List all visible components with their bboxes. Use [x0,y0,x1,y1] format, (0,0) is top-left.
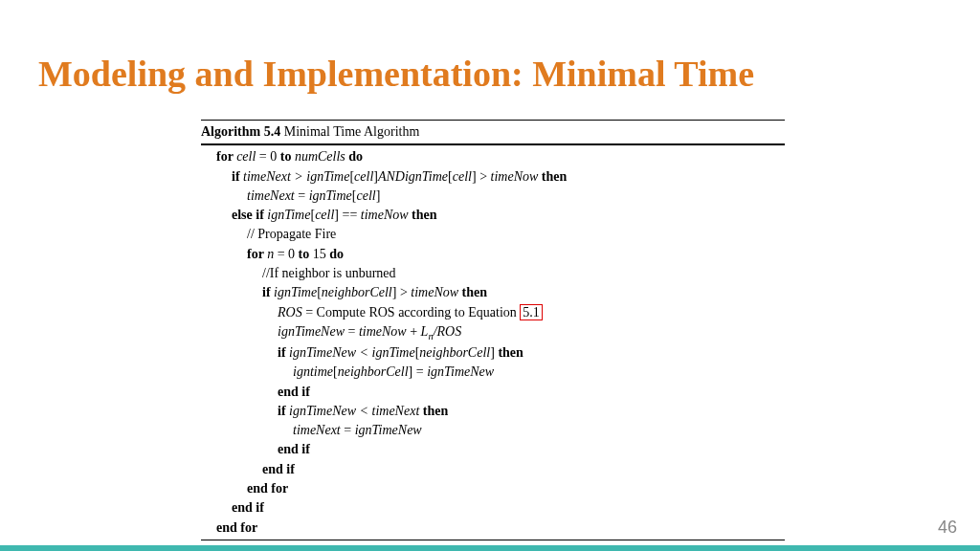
algo-line: ignTimeNew = timeNow + Ln/ROS [201,322,785,343]
algo-line: for n = 0 to 15 do [201,245,785,264]
algo-line: if ignTimeNew < timeNext then [201,402,785,421]
algo-line: timeNext = ignTime[cell] [201,187,785,206]
algorithm-block: Algorithm 5.4 Minimal Time Algorithm for… [201,120,785,540]
algo-line: end if [201,498,785,518]
algo-line: igntime[neighborCell] = ignTimeNew [201,363,785,382]
algorithm-caption: Algorithm 5.4 Minimal Time Algorithm [201,120,785,144]
algorithm-number: Algorithm 5.4 [201,124,280,139]
algo-line: if ignTimeNew < ignTime[neighborCell] th… [201,343,785,363]
algo-line: end if [201,460,785,479]
equation-ref[interactable]: 5.1 [520,304,543,320]
algo-line: end if [201,440,785,459]
slide-title: Modeling and Implementation: Minimal Tim… [38,53,942,95]
algo-line: end for [201,479,785,498]
algo-line: // Propagate Fire [201,225,785,244]
page-number: 46 [938,518,957,538]
algorithm-title: Minimal Time Algorithm [280,124,419,139]
algo-line: else if ignTime[cell] == timeNow then [201,206,785,225]
footer-accent-bar [0,545,980,551]
algorithm-body: for cell = 0 to numCells do if timeNext … [201,144,785,540]
algo-line: ROS = Compute ROS according to Equation … [201,303,785,322]
algo-line: for cell = 0 to numCells do [201,147,785,166]
algo-line: timeNext = ignTimeNew [201,421,785,440]
algo-line: //If neighbor is unburned [201,264,785,283]
algo-line: end for [201,518,785,538]
algo-line: end if [201,383,785,402]
algo-line: if ignTime[neighborCell] > timeNow then [201,283,785,302]
algo-line: if timeNext > ignTime[cell]ANDignTime[ce… [201,167,785,187]
